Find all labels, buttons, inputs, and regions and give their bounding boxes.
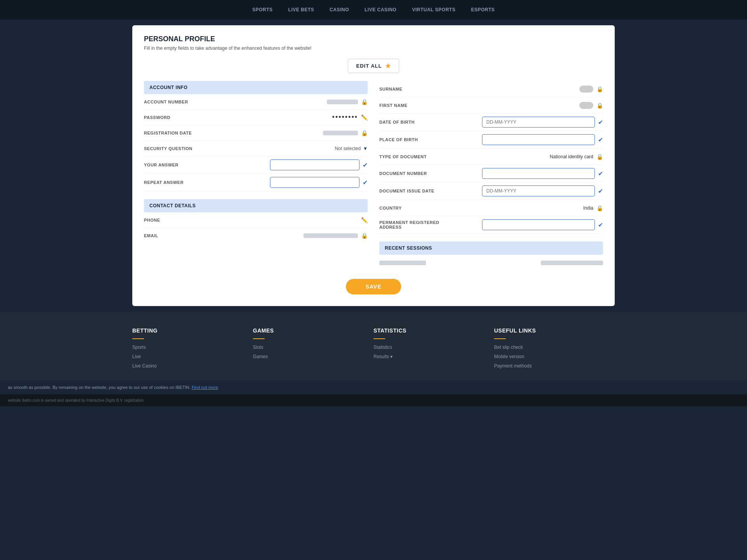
doc-num-check-icon: ✔ (598, 170, 603, 177)
edit-all-label: EDIT ALL (356, 63, 382, 69)
password-edit-icon[interactable]: ✏️ (361, 114, 368, 121)
left-column: ACCOUNT INFO ACCOUNT NUMBER 🔒 PASSWORD •… (144, 81, 368, 269)
footer-underline-games (253, 338, 265, 339)
save-button[interactable]: SAVE (346, 279, 401, 294)
repeat-answer-input[interactable] (270, 177, 359, 188)
nav-live-casino[interactable]: LIVE CASINO (365, 7, 396, 12)
value-your-answer: ✔ (206, 159, 368, 170)
footer-col-useful-links: USEFUL LINKS Bet slip check Mobile versi… (494, 327, 615, 373)
label-your-answer: YOUR ANSWER (144, 163, 206, 167)
field-email: EMAIL 🔒 (144, 228, 368, 243)
nav-virtual-sports[interactable]: VIRTUAL SPORTS (412, 7, 455, 12)
value-address: ✔ (457, 219, 603, 230)
label-address: PERMANENT REGISTERED ADDRESS (379, 220, 457, 229)
label-document-issue-date: DOCUMENT ISSUE DATE (379, 189, 457, 193)
footer-link-results[interactable]: Results ▾ (374, 354, 494, 359)
repeat-check-icon: ✔ (363, 179, 368, 186)
value-country: India 🔒 (457, 205, 603, 211)
value-place-of-birth: ✔ (457, 134, 603, 145)
footer-underline-betting (132, 338, 144, 339)
star-icon: ★ (385, 62, 391, 70)
doc-issue-date-input[interactable] (482, 186, 595, 196)
label-email: EMAIL (144, 233, 206, 238)
address-check-icon: ✔ (598, 221, 603, 229)
cookie-find-out-more-link[interactable]: Find out more (192, 385, 218, 390)
footer-link-mobile[interactable]: Mobile version (494, 354, 615, 359)
value-document-number: ✔ (457, 168, 603, 179)
footer-useful-links-title: USEFUL LINKS (494, 327, 615, 334)
footer-underline-useful (494, 338, 506, 339)
field-type-of-document: TYPE OF DOCUMENT National identity card … (379, 149, 603, 165)
value-dob: ✔ (457, 117, 603, 128)
surname-lock-icon: 🔒 (596, 86, 603, 92)
footer: BETTING Sports Live Live Casino GAMES Sl… (0, 312, 747, 380)
document-type-value: National identity card (550, 154, 593, 159)
footer-link-payment[interactable]: Payment methods (494, 363, 615, 369)
session-bar-1 (379, 261, 426, 265)
label-security-question: SECURITY QUESTION (144, 146, 206, 151)
label-first-name: FIRST NAME (379, 103, 457, 108)
field-password: PASSWORD •••••••• ✏️ (144, 110, 368, 125)
page-title: PERSONAL PROFILE (144, 35, 603, 43)
address-input[interactable] (482, 219, 595, 230)
field-document-number: DOCUMENT NUMBER ✔ (379, 165, 603, 182)
issue-date-check-icon: ✔ (598, 187, 603, 195)
document-number-input[interactable] (482, 168, 595, 179)
label-surname: SURNAME (379, 87, 457, 91)
value-account-number: 🔒 (206, 99, 368, 105)
field-place-of-birth: PLACE OF BIRTH ✔ (379, 131, 603, 149)
lock-icon: 🔒 (361, 99, 368, 105)
footer-link-live-casino[interactable]: Live Casino (132, 363, 253, 369)
nav-casino[interactable]: CASINO (330, 7, 349, 12)
value-type-of-document: National identity card 🔒 (457, 154, 603, 160)
footer-link-statistics[interactable]: Statistics (374, 345, 494, 350)
nav-esports[interactable]: ESPORTS (471, 7, 495, 12)
footer-link-slots[interactable]: Slots (253, 345, 374, 350)
recent-sessions-content (379, 257, 603, 269)
email-lock-icon: 🔒 (361, 233, 368, 239)
label-place-of-birth: PLACE OF BIRTH (379, 137, 457, 142)
edit-all-row: EDIT ALL ★ (144, 59, 603, 73)
label-type-of-document: TYPE OF DOCUMENT (379, 154, 457, 159)
footer-link-live[interactable]: Live (132, 354, 253, 359)
value-email: 🔒 (206, 233, 368, 239)
security-question-value: Not selected (335, 146, 361, 151)
pob-check-icon: ✔ (598, 136, 603, 144)
doc-type-lock-icon: 🔒 (596, 154, 603, 160)
footer-link-games[interactable]: Games (253, 354, 374, 359)
surname-toggle (579, 86, 593, 93)
label-country: COUNTRY (379, 206, 457, 210)
contact-details-header: CONTACT DETAILS (144, 199, 368, 212)
answer-check-icon: ✔ (363, 161, 368, 169)
field-address: PERMANENT REGISTERED ADDRESS ✔ (379, 216, 603, 234)
nav-live-bets[interactable]: LIVE BETS (288, 7, 314, 12)
password-dots: •••••••• (332, 113, 358, 121)
first-name-toggle (579, 102, 593, 109)
value-phone: ✏️ (206, 217, 368, 223)
label-document-number: DOCUMENT NUMBER (379, 171, 457, 176)
main-content: PERSONAL PROFILE Fill in the empty field… (0, 19, 747, 312)
edit-all-button[interactable]: EDIT ALL ★ (348, 59, 399, 73)
label-repeat-answer: REPEAT ANSWER (144, 180, 206, 185)
label-dob: DATE OF BIRTH (379, 120, 457, 124)
your-answer-input[interactable] (270, 159, 359, 170)
footer-link-sports[interactable]: Sports (132, 345, 253, 350)
security-question-dropdown[interactable]: Not selected ▼ (335, 146, 368, 151)
page-subtitle: Fill in the empty fields to take advanta… (144, 46, 603, 51)
dob-check-icon: ✔ (598, 119, 603, 126)
cookie-bar: as smooth as possible. By remaining on t… (0, 380, 747, 394)
nav-sports[interactable]: SPORTS (252, 7, 272, 12)
footer-underline-statistics (374, 338, 385, 339)
phone-edit-icon[interactable]: ✏️ (361, 217, 368, 223)
place-of-birth-input[interactable] (482, 134, 595, 145)
session-bar-2 (541, 261, 603, 265)
footer-statistics-title: STATISTICS (374, 327, 494, 334)
field-dob: DATE OF BIRTH ✔ (379, 114, 603, 131)
field-document-issue-date: DOCUMENT ISSUE DATE ✔ (379, 182, 603, 200)
profile-card: PERSONAL PROFILE Fill in the empty field… (132, 25, 615, 306)
value-surname: 🔒 (457, 86, 603, 93)
dob-input[interactable] (482, 117, 595, 128)
footer-link-bet-slip[interactable]: Bet slip check (494, 345, 615, 350)
footer-col-betting: BETTING Sports Live Live Casino (132, 327, 253, 373)
value-security-question: Not selected ▼ (206, 146, 368, 151)
